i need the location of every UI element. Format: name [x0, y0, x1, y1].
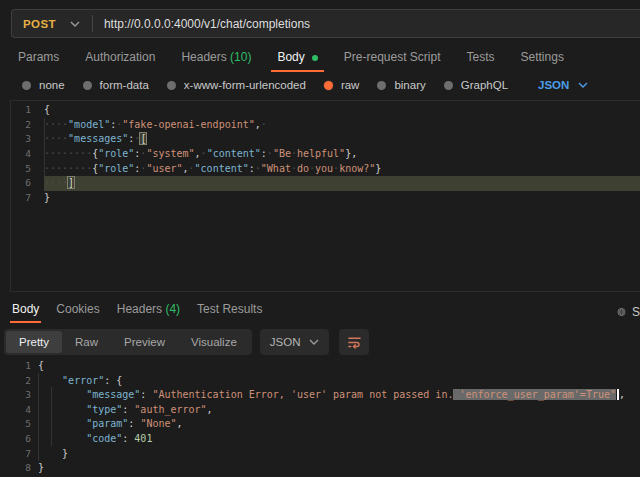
request-body-editor[interactable]: 1{2····"model":·"fake-openai-endpoint",·…	[10, 100, 640, 292]
tab-label: Tests	[467, 50, 495, 64]
code-line-1[interactable]: 1{	[0, 359, 640, 374]
token: "role"	[98, 148, 134, 159]
tab-label: Headers	[181, 50, 226, 64]
response-tabs: BodyCookiesHeaders (4)Test Results	[10, 300, 277, 323]
code-text: {	[31, 104, 50, 115]
token: "user"	[146, 163, 182, 174]
code-line-5[interactable]: 5········{"role":·"user",·"content":·"Wh…	[11, 162, 640, 177]
request-tabs: ParamsAuthorizationHeaders (10)BodyPre-r…	[12, 48, 584, 72]
token: }	[38, 462, 44, 473]
request-tab-tests[interactable]: Tests	[461, 48, 501, 70]
radio-label: x-www-form-urlencoded	[184, 79, 306, 91]
line-number: 1	[0, 359, 31, 374]
request-tab-pre-request-script[interactable]: Pre-request Script	[338, 48, 447, 70]
token: "model"	[68, 119, 110, 130]
response-tab-body[interactable]: Body	[10, 300, 41, 323]
tab-label: Settings	[521, 50, 564, 64]
view-pretty[interactable]: Pretty	[6, 331, 62, 353]
token: {	[38, 360, 44, 371]
response-tab-cookies[interactable]: Cookies	[54, 300, 101, 323]
code-line-5[interactable]: 5 "param": "None",	[0, 417, 640, 432]
code-text: ········{"role":·"user",·"content":·"Wha…	[31, 163, 381, 174]
token	[38, 418, 86, 429]
token: helpful"	[297, 148, 345, 159]
line-number: 6	[0, 432, 31, 447]
token: "content"	[195, 163, 249, 174]
code-line-4[interactable]: 4········{"role":·"system",·"content":·"…	[11, 147, 640, 162]
body-type-x-www-form-urlencoded[interactable]: x-www-form-urlencoded	[167, 79, 306, 91]
token: "error"	[62, 375, 104, 386]
method-selector[interactable]: POST	[12, 10, 92, 37]
code-text: }	[31, 462, 44, 473]
body-type-graphql[interactable]: GraphQL	[444, 79, 508, 91]
tab-label: Headers	[117, 302, 162, 316]
token: "Be	[273, 148, 291, 159]
tab-count-badge: (10)	[227, 50, 252, 64]
tab-label: Authorization	[85, 50, 155, 64]
tab-label: Body	[12, 302, 39, 316]
token: "system"	[146, 148, 194, 159]
code-line-7[interactable]: 7 }	[0, 447, 640, 462]
token: "code"	[86, 433, 122, 444]
code-line-6[interactable]: 6····]	[11, 176, 640, 191]
token: ·	[261, 119, 267, 130]
line-number: 1	[11, 103, 31, 118]
response-tab-headers[interactable]: Headers (4)	[115, 300, 182, 323]
code-line-2[interactable]: 2 "error": {	[0, 374, 640, 389]
request-url-bar: POST http://0.0.0.0:4000/v1/chat/complet…	[11, 9, 640, 38]
line-number: 4	[0, 403, 31, 418]
line-number: 2	[0, 374, 31, 389]
token: 401	[134, 433, 152, 444]
code-text: ········{"role":·"system",·"content":·"B…	[31, 148, 357, 159]
radio-icon	[377, 81, 386, 90]
view-preview[interactable]: Preview	[111, 331, 178, 353]
token: "messages"	[68, 133, 128, 144]
token	[38, 375, 62, 386]
radio-label: raw	[341, 79, 360, 91]
token: : {	[104, 375, 122, 386]
code-line-4[interactable]: 4 "type": "auth_error",	[0, 403, 640, 418]
body-type-row: noneform-datax-www-form-urlencodedrawbin…	[22, 76, 588, 94]
code-text: "message": "Authentication Error, 'user'…	[31, 389, 625, 400]
code-line-7[interactable]: 7}	[11, 191, 640, 206]
line-number: 5	[11, 162, 31, 177]
response-format-select[interactable]: JSON	[260, 329, 330, 355]
token: :	[122, 433, 134, 444]
request-tab-settings[interactable]: Settings	[515, 48, 570, 70]
format-select[interactable]: JSON	[538, 79, 588, 91]
request-tab-params[interactable]: Params	[12, 48, 65, 70]
response-view-toolbar: PrettyRawPreviewVisualize JSON	[4, 329, 369, 355]
token: "Authentication Error, 'user' param not …	[152, 389, 453, 400]
token: ········	[44, 163, 92, 174]
code-line-3[interactable]: 3 "message": "Authentication Error, 'use…	[0, 388, 640, 403]
view-visualize[interactable]: Visualize	[178, 331, 250, 353]
tab-label: Pre-request Script	[344, 50, 441, 64]
body-type-form-data[interactable]: form-data	[83, 79, 149, 91]
url-input[interactable]: http://0.0.0.0:4000/v1/chat/completions	[104, 17, 310, 31]
body-type-none[interactable]: none	[22, 79, 65, 91]
body-type-binary[interactable]: binary	[377, 79, 425, 91]
token: do	[297, 163, 309, 174]
body-type-options: noneform-datax-www-form-urlencodedrawbin…	[22, 79, 526, 91]
token: ········	[44, 148, 92, 159]
code-text: "code": 401	[31, 433, 152, 444]
globe-icon[interactable]	[617, 305, 626, 319]
response-body-editor[interactable]: 1{2 "error": {3 "message": "Authenticati…	[0, 356, 640, 477]
response-tab-test-results[interactable]: Test Results	[195, 300, 264, 323]
request-tab-authorization[interactable]: Authorization	[79, 48, 161, 70]
code-line-2[interactable]: 2····"model":·"fake-openai-endpoint",·	[11, 118, 640, 133]
wrap-lines-button[interactable]	[339, 329, 369, 355]
code-line-6[interactable]: 6 "code": 401	[0, 432, 640, 447]
body-type-raw[interactable]: raw	[324, 79, 360, 91]
line-number: 5	[0, 417, 31, 432]
code-line-1[interactable]: 1{	[11, 103, 640, 118]
radio-icon	[22, 81, 31, 90]
view-raw[interactable]: Raw	[62, 331, 111, 353]
radio-label: none	[39, 79, 65, 91]
format-label: JSON	[538, 79, 569, 91]
request-tab-body[interactable]: Body	[271, 48, 323, 72]
code-line-8[interactable]: 8}	[0, 461, 640, 476]
request-tab-headers[interactable]: Headers (10)	[175, 48, 257, 70]
token: :	[128, 418, 140, 429]
code-line-3[interactable]: 3····"messages":·[	[11, 132, 640, 147]
